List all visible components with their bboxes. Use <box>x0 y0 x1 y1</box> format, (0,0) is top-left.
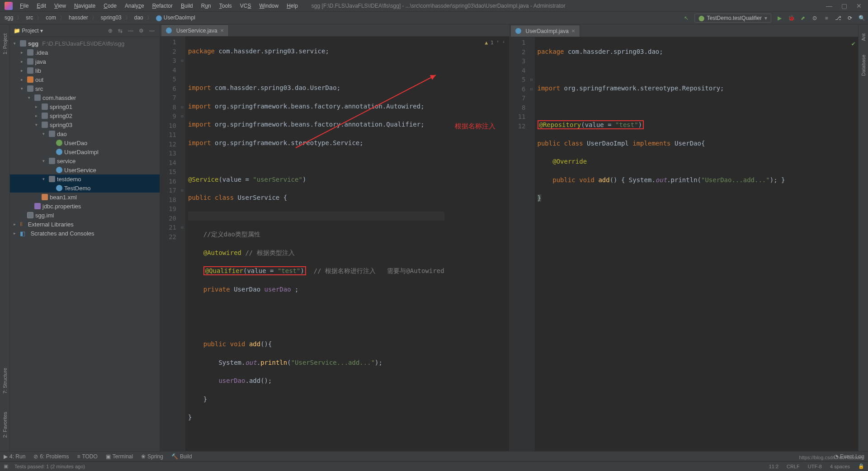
tree-item[interactable]: UserService <box>10 165 160 174</box>
inspection-ok-icon: ✔ <box>852 39 855 48</box>
watermark: https://blog.csdn.net/Hassder <box>799 455 863 460</box>
tree-item[interactable]: ▸spring01 <box>10 102 160 111</box>
menu-analyze[interactable]: Analyze <box>121 2 148 10</box>
status-encoding[interactable]: UTF-8 <box>808 464 822 469</box>
bottom-terminal[interactable]: ▣ Terminal <box>106 453 133 460</box>
run-icon[interactable]: ▶ <box>776 14 783 22</box>
bottom-todo[interactable]: ≡ TODO <box>77 453 97 460</box>
coverage-icon[interactable]: ⬈ <box>799 14 807 22</box>
menu-navigate[interactable]: Navigate <box>71 2 99 10</box>
menu-vcs[interactable]: VCS <box>236 2 255 10</box>
back-arrow-icon[interactable]: ↖ <box>683 14 690 22</box>
profile-icon[interactable]: ⊙ <box>811 14 818 22</box>
tree-item[interactable]: ▸java <box>10 57 160 66</box>
search-icon[interactable]: 🔍 <box>858 14 865 22</box>
maximize-button[interactable]: ▢ <box>841 2 847 9</box>
tree-item[interactable]: ▸lib <box>10 66 160 75</box>
tree-root[interactable]: ▾sggF:\D.FLS\JavaFLS\IDEA\fls\sgg <box>10 39 160 48</box>
breadcrumb[interactable]: sgg〉 src〉 com〉 hassder〉 spring03〉 dao〉 U… <box>3 14 197 22</box>
menu-view[interactable]: View <box>51 2 70 10</box>
right-tab-database[interactable]: Database <box>861 55 866 76</box>
right-tool-tabs: Ant Database <box>858 24 868 451</box>
editor-left: UserService.java✕ 1234567891011121314151… <box>160 24 509 451</box>
bottom-problems[interactable]: ⊘ 6: Problems <box>33 453 69 460</box>
tree-item[interactable]: ▾spring03 <box>10 120 160 129</box>
tree-item[interactable]: ▸.idea <box>10 48 160 57</box>
tree-item[interactable]: ▾testdemo <box>10 174 160 184</box>
collapse-icon[interactable]: — <box>127 28 135 34</box>
menu-file[interactable]: File <box>16 2 32 10</box>
navigation-bar: sgg〉 src〉 com〉 hassder〉 spring03〉 dao〉 U… <box>0 12 868 24</box>
left-tab-favorites[interactable]: 2: Favorites <box>2 412 8 438</box>
crumb-3[interactable]: hassder <box>67 14 90 22</box>
editor-right: UserDaoImpl.java✕ 123456781112 ⊟⊟ packag… <box>509 24 859 451</box>
project-tree[interactable]: ▾sggF:\D.FLS\JavaFLS\IDEA\fls\sgg ▸.idea… <box>10 37 160 451</box>
tree-item[interactable]: ▸spring02 <box>10 111 160 120</box>
debug-icon[interactable]: 🐞 <box>788 14 795 22</box>
status-caret-pos[interactable]: 11:2 <box>769 464 778 469</box>
editor-tab-userservice[interactable]: UserService.java✕ <box>161 24 229 36</box>
left-tool-tabs: 1: Project 7: Structure 2: Favorites <box>0 24 10 451</box>
status-indent[interactable]: 4 spaces <box>830 464 850 469</box>
code-editor-right[interactable]: 123456781112 ⊟⊟ package com.hassder.spri… <box>509 37 859 451</box>
locate-icon[interactable]: ⊕ <box>107 28 114 34</box>
left-tab-structure[interactable]: 7: Structure <box>2 368 8 394</box>
crumb-6[interactable]: UserDaoImpl <box>154 14 197 22</box>
crumb-0[interactable]: sgg <box>3 14 15 22</box>
tree-scratches[interactable]: ▸◧ Scratches and Consoles <box>10 229 160 238</box>
tree-item[interactable]: TestDemo <box>10 184 160 193</box>
close-tab-icon[interactable]: ✕ <box>571 28 575 33</box>
tree-item[interactable]: ▸out <box>10 75 160 84</box>
menu-tools[interactable]: Tools <box>216 2 236 10</box>
bottom-spring[interactable]: ❀ Spring <box>141 453 163 460</box>
tree-item[interactable]: ▾service <box>10 156 160 165</box>
close-window-button[interactable]: ✕ <box>856 2 862 9</box>
annotation-text: 根据名称注入 <box>455 122 495 131</box>
crumb-1[interactable]: src <box>24 14 35 22</box>
hide-icon[interactable]: — <box>148 28 156 34</box>
stop-icon[interactable]: ■ <box>823 14 830 22</box>
menu-run[interactable]: Run <box>198 2 215 10</box>
run-config-selector[interactable]: ⬤TestDemo.testQualifier▾ <box>694 14 771 23</box>
app-icon <box>5 2 13 10</box>
code-editor-left[interactable]: 12345678910111213141516171819202122 ⊟⊟⊟⊟… <box>160 37 509 451</box>
menu-help[interactable]: Help <box>283 2 302 10</box>
menu-code[interactable]: Code <box>100 2 120 10</box>
status-tests: Tests passed: 1 (2 minutes ago) <box>14 464 85 469</box>
tree-item[interactable]: UserDao <box>10 138 160 147</box>
project-panel-title: 📁 Project ▾ <box>14 28 43 34</box>
status-lock-icon[interactable]: 🔒 <box>858 463 864 469</box>
left-tab-project[interactable]: 1: Project <box>2 33 8 54</box>
crumb-5[interactable]: dao <box>132 14 145 22</box>
bottom-run[interactable]: ▶ 4: Run <box>4 453 25 460</box>
bottom-build[interactable]: 🔨 Build <box>171 453 192 460</box>
tree-item[interactable]: ▾dao <box>10 129 160 138</box>
tree-item[interactable]: ▾com.hassder <box>10 93 160 102</box>
tree-item[interactable]: jdbc.properties <box>10 202 160 211</box>
status-line-sep[interactable]: CRLF <box>787 464 800 469</box>
tree-item[interactable]: UserDaoImpl <box>10 147 160 156</box>
tree-item[interactable]: bean1.xml <box>10 193 160 202</box>
expand-icon[interactable]: ⇆ <box>117 28 124 34</box>
menu-bar: File Edit View Navigate Code Analyze Ref… <box>0 0 868 12</box>
window-title: sgg [F:\D.FLS\JavaFLS\IDEA\fls\sgg] - ..… <box>311 3 825 9</box>
close-tab-icon[interactable]: ✕ <box>220 28 224 33</box>
menu-refactor[interactable]: Refactor <box>149 2 176 10</box>
project-panel: 📁 Project ▾ ⊕ ⇆ — ⚙ — ▾sggF:\D.FLS\JavaF… <box>10 24 160 451</box>
settings-icon[interactable]: ⚙ <box>137 28 145 34</box>
menu-edit[interactable]: Edit <box>33 2 50 10</box>
bottom-tool-bar: ▶ 4: Run ⊘ 6: Problems ≡ TODO ▣ Terminal… <box>0 451 868 461</box>
right-tab-ant[interactable]: Ant <box>861 33 866 41</box>
tree-external-libs[interactable]: ▸⫴ External Libraries <box>10 220 160 229</box>
git-icon[interactable]: ⎇ <box>835 14 842 22</box>
menu-window[interactable]: Window <box>255 2 282 10</box>
crumb-4[interactable]: spring03 <box>99 14 123 22</box>
crumb-2[interactable]: com <box>44 14 58 22</box>
tree-item[interactable]: sgg.iml <box>10 211 160 220</box>
menu-build[interactable]: Build <box>177 2 197 10</box>
tree-item[interactable]: ▾src <box>10 84 160 93</box>
editor-tab-userdaoimpl[interactable]: UserDaoImpl.java✕ <box>510 25 580 37</box>
status-bar: ▣ Tests passed: 1 (2 minutes ago) 11:2 C… <box>0 461 868 471</box>
minimize-button[interactable]: — <box>826 2 832 9</box>
update-icon[interactable]: ⟳ <box>846 14 854 22</box>
